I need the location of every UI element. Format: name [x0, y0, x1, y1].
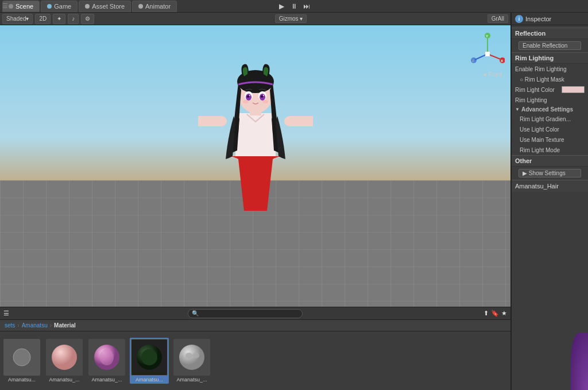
asset-item-1[interactable]: Amanatsu_... [45, 338, 84, 384]
scene-tool-audio[interactable]: ♪ [68, 14, 79, 24]
advanced-settings-group[interactable]: ▼ Advanced Settings [512, 105, 588, 114]
svg-point-29 [100, 349, 114, 365]
svg-rect-0 [198, 116, 227, 126]
rim-light-color-row[interactable]: Rim Light Color [512, 84, 588, 95]
use-main-texture-row[interactable]: Use Main Texture [512, 134, 588, 145]
enable-rim-lighting-label: Enable Rim Lighting [515, 66, 585, 72]
use-light-color-label: Use Light Color [520, 126, 585, 133]
svg-rect-25 [485, 52, 490, 56]
other-section-title: Other [512, 155, 588, 167]
asset-item-0[interactable]: Amanatsu... [2, 338, 41, 384]
svg-rect-2 [235, 113, 276, 159]
enable-reflection-button[interactable]: Enable Reflection [519, 41, 581, 50]
viewport-gizmo: Y X Z [470, 31, 505, 71]
step-button[interactable]: ⏭ [301, 1, 312, 11]
asset-label-2: Amanatsu_... [91, 377, 122, 383]
scene-viewport[interactable]: Y X Z ◄ Front [0, 25, 510, 307]
asset-grid: Amanatsu... [0, 331, 510, 390]
asset-menu-icon[interactable]: ☰ [3, 310, 9, 317]
asset-label-3: Amanatsu... [136, 377, 163, 383]
svg-rect-1 [284, 116, 313, 126]
layers-label: GrAll [492, 16, 504, 22]
svg-point-32 [179, 345, 204, 370]
light-mask-row[interactable]: ○ Rim Light Mask [512, 74, 588, 84]
game-tab-label: Game [54, 3, 71, 10]
svg-point-27 [52, 345, 77, 370]
breadcrumb-amanatsu[interactable]: Amanatsu [22, 322, 48, 329]
purple-blob [571, 333, 588, 390]
tab-asset-store[interactable]: Asset Store [79, 1, 131, 12]
layers-button[interactable]: GrAll [488, 14, 508, 23]
hair-material-label: Amanatsu_Hair [512, 180, 588, 192]
asset-item-2[interactable]: Amanatsu_... [87, 338, 126, 384]
breadcrumb: sets › Amanatsu › Material [0, 320, 510, 331]
rim-light-gradient-label: Rim Light Gradien... [520, 116, 585, 122]
shading-dropdown[interactable]: Shaded ▾ [2, 14, 33, 24]
game-tab-dot [47, 4, 52, 9]
shading-label: Shaded [6, 16, 26, 22]
svg-point-31 [141, 349, 157, 365]
asset-item-4[interactable]: Amanatsu_... [172, 338, 211, 384]
effects-icon: ⚙ [85, 16, 90, 22]
enable-rim-lighting-row[interactable]: Enable Rim Lighting [512, 64, 588, 74]
rim-light-mode-row[interactable]: Rim Light Mode [512, 145, 588, 155]
asset-tab-dot [85, 4, 90, 9]
inspector-title: Inspector [525, 16, 551, 22]
scene-area: ☰ Shaded ▾ 2D ✦ ♪ ⚙ Gizmos ▾ GrAll [0, 13, 511, 390]
rim-light-color-swatch[interactable] [562, 86, 585, 93]
front-label: ◄ Front [482, 71, 502, 78]
view-2d-button[interactable]: 2D [35, 14, 51, 24]
show-settings-button[interactable]: ▶ Show Settings [519, 169, 581, 177]
bottom-section: ☰ ⬆ 🔖 ★ sets › Amanatsu › Material [0, 307, 510, 390]
svg-point-11 [261, 95, 263, 98]
asset-item-3[interactable]: Amanatsu... [130, 338, 169, 384]
reflection-section-title: Reflection [512, 28, 588, 39]
svg-point-14 [243, 100, 249, 103]
svg-point-12 [249, 95, 250, 96]
svg-point-15 [262, 100, 268, 103]
advanced-settings-label: Advanced Settings [521, 106, 573, 113]
gizmos-button[interactable]: Gizmos ▾ [275, 14, 307, 23]
enable-reflection-row[interactable]: Enable Reflection [512, 39, 588, 52]
asset-toolbar: ☰ ⬆ 🔖 ★ [0, 307, 510, 320]
scene-tab-label: Scene [16, 3, 33, 10]
svg-text:X: X [501, 59, 503, 63]
scene-toolbar: ☰ Shaded ▾ 2D ✦ ♪ ⚙ Gizmos ▾ GrAll [0, 13, 510, 25]
asset-search-input[interactable] [188, 309, 303, 318]
pause-button[interactable]: ⏸ [289, 1, 299, 11]
inspector-header: i Inspector [512, 13, 588, 25]
rim-light-mode-label: Rim Light Mode [520, 147, 585, 153]
asset-label-4: Amanatsu_... [176, 377, 207, 383]
main-layout: ☰ Shaded ▾ 2D ✦ ♪ ⚙ Gizmos ▾ GrAll [0, 13, 588, 390]
advanced-arrow: ▼ [515, 107, 520, 112]
use-main-texture-label: Use Main Texture [520, 137, 585, 143]
asset-tab-label: Asset Store [92, 3, 125, 10]
gizmos-label: Gizmos ▾ [279, 16, 303, 22]
light-mask-label: ○ Rim Light Mask [520, 76, 585, 83]
breadcrumb-sep2: › [50, 322, 52, 329]
asset-label-0: Amanatsu... [8, 377, 36, 383]
scene-tool-effects[interactable]: ⚙ [81, 14, 94, 24]
play-button[interactable]: ▶ [276, 1, 287, 11]
inspector-icon: i [515, 15, 523, 23]
asset-share-icon[interactable]: ⬆ [483, 310, 489, 317]
shading-arrow: ▾ [26, 16, 29, 22]
svg-point-33 [185, 353, 192, 358]
breadcrumb-sep1: › [17, 322, 19, 329]
rim-lighting-label-row: Rim Lighting [512, 95, 588, 105]
asset-star-icon[interactable]: ★ [501, 310, 507, 317]
anim-tab-dot [138, 4, 143, 9]
breadcrumb-sets[interactable]: sets [5, 322, 15, 329]
left-panel-toggle[interactable]: ☰ [2, 2, 8, 10]
playback-controls: ▶ ⏸ ⏭ [276, 1, 312, 11]
use-light-color-row[interactable]: Use Light Color [512, 124, 588, 134]
tab-game[interactable]: Game [41, 1, 78, 12]
tab-animator[interactable]: Animator [132, 1, 177, 12]
rim-light-gradient-row[interactable]: Rim Light Gradien... [512, 114, 588, 124]
front-arrow: ◄ [482, 71, 488, 78]
svg-point-26 [13, 349, 30, 366]
asset-bookmark-icon[interactable]: 🔖 [491, 310, 499, 317]
rim-light-color-label: Rim Light Color [515, 87, 559, 93]
show-settings-row[interactable]: ▶ Show Settings [512, 167, 588, 180]
scene-tool-lights[interactable]: ✦ [53, 14, 65, 24]
